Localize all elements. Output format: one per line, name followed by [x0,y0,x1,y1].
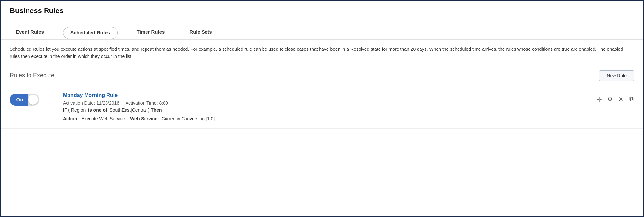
tabs-row: Event Rules Scheduled Rules Timer Rules … [1,20,643,40]
activation-time-label: Activation Time: [126,100,158,106]
action-value: Execute Web Service [81,116,125,121]
rule-actions-icons: ✛ ⚙ ✕ ⧉ [596,95,634,104]
tab-timer-rules[interactable]: Timer Rules [131,26,171,39]
page-header: Business Rules [1,1,643,20]
toggle-switch[interactable]: On [10,94,39,106]
page-title: Business Rules [10,7,64,15]
web-service-label: Web Service: [130,116,159,121]
gear-icon[interactable]: ⚙ [607,95,613,104]
rule-activation: Activation Date: 11/28/2016 Activation T… [63,100,586,106]
toggle-track: On [10,94,39,106]
rules-to-execute-label: Rules to Execute [10,72,54,79]
toggle-on-label: On [14,97,23,102]
delete-icon[interactable]: ✕ [618,95,624,104]
web-service-value: Currency Conversion [1.0] [162,116,215,121]
toggle-on-part: On [10,94,28,106]
tab-rule-sets[interactable]: Rule Sets [184,26,218,39]
activation-date-label: Activation Date: [63,100,95,106]
page-container: Business Rules Event Rules Scheduled Rul… [0,0,644,217]
rule-name[interactable]: Monday Morning Rule [63,92,586,98]
toggle-container: On [10,94,52,106]
activation-date-value: 11/28/2016 [96,100,119,106]
description-section: Scheduled Rules let you execute actions … [1,40,643,65]
tab-event-rules[interactable]: Event Rules [10,26,50,39]
rules-header-row: Rules to Execute New Rule [1,65,643,85]
activation-time-value: 8:00 [159,100,168,106]
description-text: Scheduled Rules let you execute actions … [10,47,623,59]
toggle-thumb [28,95,38,105]
move-icon[interactable]: ✛ [596,95,602,103]
rule-action: Action: Execute Web Service Web Service:… [63,116,586,121]
rule-condition: IF ( Region is one of SouthEast|Central … [63,108,586,113]
rule-item: On Monday Morning Rule Activation Date: … [1,85,643,129]
copy-icon[interactable]: ⧉ [629,95,634,103]
rule-content: Monday Morning Rule Activation Date: 11/… [63,92,586,121]
new-rule-button[interactable]: New Rule [599,70,634,81]
action-label: Action: [63,116,79,121]
tab-scheduled-rules[interactable]: Scheduled Rules [63,27,118,39]
